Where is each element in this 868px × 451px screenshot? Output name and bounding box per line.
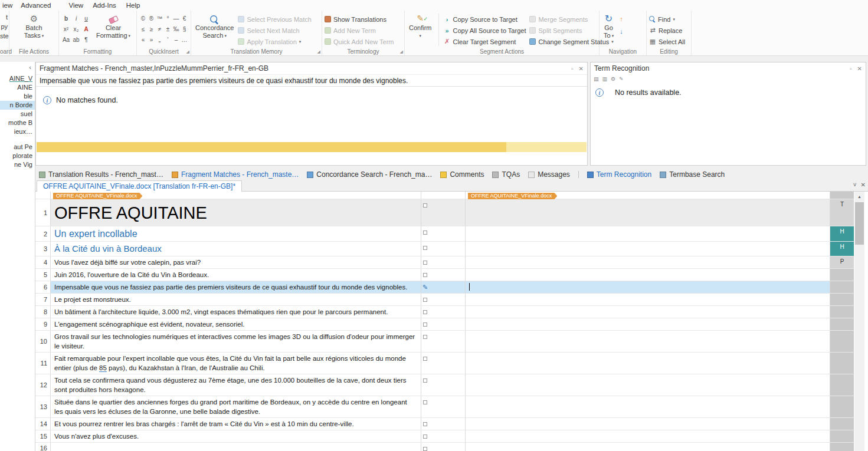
file-list-item[interactable]: ne Vig: [0, 160, 35, 169]
quickinsert-symbol-button[interactable]: ': [164, 35, 172, 45]
target-cell[interactable]: [466, 418, 830, 430]
menu-tab-addins[interactable]: Add-Ins: [91, 2, 117, 9]
source-cell[interactable]: Et vous pourrez rentrer les bras chargés…: [51, 418, 421, 430]
quickinsert-symbol-button[interactable]: «: [139, 35, 147, 45]
segment-number[interactable]: [35, 192, 51, 199]
term-settings-gear-icon[interactable]: ⚙: [611, 76, 615, 82]
italic-button[interactable]: i: [71, 14, 81, 24]
menu-tab-help[interactable]: Help: [125, 2, 142, 9]
target-cell[interactable]: [466, 430, 830, 442]
panel-tab-termbase-search[interactable]: Termbase Search: [660, 170, 725, 179]
segment-row[interactable]: 15Vous n'avez plus d'excuses.: [35, 430, 854, 443]
copy-source-to-target-button[interactable]: › Copy Source to Target: [444, 14, 526, 24]
segment-number[interactable]: 16: [35, 443, 51, 451]
quickinsert-symbol-button[interactable]: ≤: [139, 24, 147, 34]
show-formatting-button[interactable]: ¶: [81, 35, 91, 45]
source-cell[interactable]: L'engagement scénographique est évident,…: [51, 318, 421, 330]
quickinsert-symbol-button[interactable]: ‰: [172, 24, 180, 34]
source-cell[interactable]: Juin 2016, l'ouverture de la Cité du Vin…: [51, 269, 421, 281]
segment-number[interactable]: 11: [35, 353, 51, 374]
panel-tab-fragment-matches[interactable]: Fragment Matches - French_maste…: [172, 170, 299, 179]
small-caps-button[interactable]: ab: [71, 35, 81, 45]
quickinsert-symbol-button[interactable]: „: [156, 35, 163, 45]
collapse-pane-button[interactable]: ‹: [0, 62, 35, 74]
target-cell[interactable]: [466, 306, 830, 318]
go-down-button[interactable]: ↓: [620, 28, 623, 35]
segment-number[interactable]: 6: [35, 281, 51, 293]
replace-button[interactable]: ⇄ Replace: [649, 25, 685, 35]
document-tag-row[interactable]: OFFRE AQUITAINE_VFinale.docxOFFRE AQUITA…: [35, 192, 854, 199]
file-list-item[interactable]: aut Pe: [0, 143, 35, 152]
source-cell[interactable]: Située dans le quartier des anciennes fo…: [51, 396, 421, 417]
clear-target-segment-button[interactable]: ✗ Clear Target Segment: [444, 37, 526, 47]
panel-tab-comments[interactable]: Comments: [440, 170, 484, 179]
source-cell[interactable]: OFFRE AQUITAINE_VFinale.docx: [51, 192, 421, 199]
segment-row[interactable]: 11Fait remarquable pour l'expert incolla…: [35, 353, 854, 374]
group-expander-icon[interactable]: ◢: [400, 50, 403, 54]
panel-tab-concordance-search[interactable]: Concordance Search - French_ma…: [307, 170, 432, 179]
term-edit-icon[interactable]: ✎: [619, 76, 624, 82]
panel-tab-messages[interactable]: Messages: [528, 170, 570, 179]
quickinsert-symbol-button[interactable]: °: [164, 14, 172, 24]
segment-number[interactable]: 4: [35, 256, 51, 268]
segment-number[interactable]: 3: [35, 242, 51, 256]
go-to-button[interactable]: ↻ Go To▾: [602, 12, 615, 47]
segment-row[interactable]: 2Un expert incollableH: [35, 226, 854, 242]
find-button[interactable]: Find ▾: [649, 14, 685, 24]
file-list-item[interactable]: AINE: [0, 83, 35, 92]
menu-tab-view[interactable]: View: [67, 2, 84, 9]
segment-number[interactable]: 1: [35, 199, 51, 226]
window-list-icon[interactable]: ˅: [853, 182, 857, 188]
segment-row[interactable]: 4Vous l'avez déjà biffé sur votre calepi…: [35, 256, 854, 269]
case-button[interactable]: Aa: [61, 35, 71, 45]
quickinsert-symbol-button[interactable]: §: [181, 24, 188, 34]
panel-tab-tqas[interactable]: TQAs: [492, 170, 520, 179]
quickinsert-symbol-button[interactable]: ™: [156, 14, 163, 24]
target-cell[interactable]: [466, 226, 830, 241]
quickinsert-symbol-button[interactable]: –: [172, 35, 180, 45]
underline-button[interactable]: u: [81, 14, 91, 24]
scroll-up-icon[interactable]: ▲: [854, 192, 864, 201]
segment-number[interactable]: 2: [35, 226, 51, 241]
source-cell[interactable]: Gros travail sur les technologies numéri…: [51, 331, 421, 352]
quickinsert-symbol-button[interactable]: —: [172, 14, 180, 24]
segment-row[interactable]: 6Impensable que vous ne fassiez pas part…: [35, 281, 854, 294]
target-cell[interactable]: [466, 318, 830, 330]
target-cell[interactable]: [466, 443, 830, 451]
menu-tab-advanced[interactable]: Advanced: [19, 2, 52, 9]
group-expander-icon[interactable]: ◢: [186, 50, 189, 54]
subscript-button[interactable]: x₂: [71, 24, 81, 34]
menu-tab-clipped[interactable]: iew: [1, 2, 14, 9]
source-cell[interactable]: À la Cité du vin à Bordeaux: [51, 242, 421, 256]
file-list-item[interactable]: plorate: [0, 152, 35, 160]
clear-formatting-button[interactable]: Clear Formatting▾: [94, 12, 132, 47]
source-cell[interactable]: Un expert incollable: [51, 226, 421, 241]
file-list-item[interactable]: n Borde: [0, 101, 35, 110]
segment-row[interactable]: 3À la Cité du vin à BordeauxH: [35, 242, 854, 256]
target-cell[interactable]: [466, 396, 830, 417]
source-cell[interactable]: Vous l'avez déjà biffé sur votre calepin…: [51, 256, 421, 268]
target-cell[interactable]: [466, 281, 830, 293]
close-icon[interactable]: ✕: [579, 65, 584, 72]
segment-number[interactable]: 15: [35, 430, 51, 442]
segment-number[interactable]: 7: [35, 294, 51, 305]
quickinsert-symbol-button[interactable]: ®: [148, 14, 155, 24]
close-icon[interactable]: ✕: [857, 65, 862, 72]
target-cell[interactable]: [466, 199, 830, 226]
source-cell[interactable]: [51, 443, 421, 451]
quickinsert-symbol-button[interactable]: …: [181, 35, 188, 45]
target-cell[interactable]: [466, 374, 830, 396]
auto-hide-pin-icon[interactable]: ▫: [850, 65, 852, 72]
quickinsert-symbol-button[interactable]: ≥: [148, 24, 155, 34]
quickinsert-symbol-button[interactable]: »: [148, 35, 155, 45]
segment-row[interactable]: 14Et vous pourrez rentrer les bras charg…: [35, 418, 854, 430]
file-list-item[interactable]: suel: [0, 110, 35, 118]
source-cell[interactable]: Vous n'avez plus d'excuses.: [51, 430, 421, 442]
confirm-button[interactable]: ✎ Confirm ▾: [407, 12, 434, 47]
source-cell[interactable]: Le projet est monstrueux.: [51, 294, 421, 305]
segment-number[interactable]: 10: [35, 331, 51, 352]
scrollbar-thumb[interactable]: [855, 202, 864, 245]
target-cell[interactable]: [466, 331, 830, 352]
segment-row[interactable]: 9L'engagement scénographique est évident…: [35, 318, 854, 331]
segment-row[interactable]: 10Gros travail sur les technologies numé…: [35, 331, 854, 353]
